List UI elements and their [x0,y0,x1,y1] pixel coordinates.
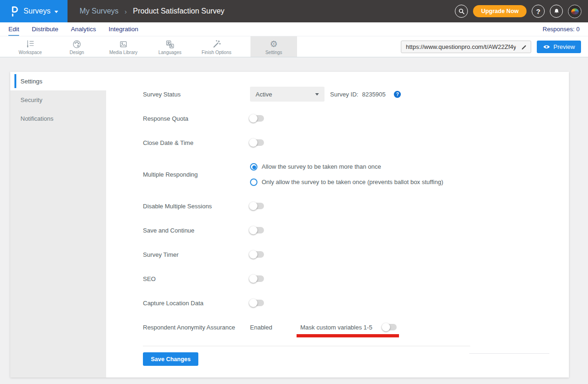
capture-location-data-toggle[interactable] [250,300,264,306]
toggle-knob [249,274,257,283]
user-avatar[interactable] [568,5,581,18]
settings-sidebar: Settings Security Notifications [10,72,106,377]
survey-url-box [401,41,531,53]
toolbar-label: Languages [158,50,182,55]
mask-custom-variables-toggle[interactable] [383,324,397,330]
seo-row: SEO [143,267,569,291]
toolbar-item-languages[interactable]: Languages [147,36,193,57]
search-icon [458,7,465,15]
sidebar-item-label: Security [20,96,42,103]
design-palette-icon [71,39,82,50]
capture-location-data-label: Capture Location Data [143,300,250,307]
eye-icon [543,44,550,49]
sidebar-item-notifications[interactable]: Notifications [10,109,106,128]
section-nav: Edit Distribute Analytics Integration Re… [0,22,588,36]
tab-distribute[interactable]: Distribute [32,22,58,36]
toolbar-item-media-library[interactable]: Media Library [100,36,147,57]
seo-toggle[interactable] [250,275,264,282]
survey-id-value: 8235905 [362,91,386,98]
toolbar-label: Finish Options [202,50,231,55]
survey-status-label: Survey Status [143,91,250,98]
product-switcher[interactable]: Surveys [0,0,68,22]
close-date-time-row: Close Date & Time [143,130,569,155]
toolbar-label: Design [69,50,84,55]
nav-tabs: Edit Distribute Analytics Integration [8,22,138,36]
survey-timer-row: Survey Timer [143,242,569,267]
toolbar-item-settings[interactable]: ⚙ Settings [250,36,297,57]
header-actions: Upgrade Now ? [455,0,588,22]
questionpro-logo-icon [9,4,20,18]
chevron-down-icon [54,11,58,13]
toolbar-label: Media Library [109,50,138,55]
toggle-knob [249,250,257,259]
tab-edit[interactable]: Edit [8,22,19,36]
respondent-anonymity-row: Respondent Anonymity Assurance Enabled M… [143,315,569,339]
toolbar-label: Workspace [19,50,42,55]
save-and-continue-row: Save and Continue [143,218,569,242]
edit-url-button[interactable] [518,41,531,53]
search-button[interactable] [455,5,468,18]
media-library-icon [118,39,129,50]
languages-icon [164,39,176,50]
settings-content: Survey Status Active Survey ID: 8235905 … [106,72,569,377]
response-quota-toggle[interactable] [250,115,264,122]
top-header: Surveys My Surveys › Product Satisfactio… [0,0,588,22]
toolbar-item-design[interactable]: Design [54,36,100,57]
edit-toolbar: Workspace Design Media Library Languages [0,36,588,57]
survey-timer-label: Survey Timer [143,251,250,258]
sidebar-item-security[interactable]: Security [10,90,106,109]
disable-multiple-sessions-toggle[interactable] [250,203,264,209]
help-button[interactable]: ? [532,5,545,18]
mask-custom-variables-label: Mask custom variables 1-5 [300,324,383,331]
preview-button[interactable]: Preview [537,41,581,53]
survey-status-select[interactable]: Active [250,87,324,102]
survey-timer-toggle[interactable] [250,251,264,258]
sidebar-item-settings[interactable]: Settings [10,72,106,90]
radio-option-label: Allow the survey to be taken more than o… [262,163,381,170]
respondent-anonymity-label: Respondent Anonymity Assurance [143,324,250,331]
chevron-down-icon [315,93,319,96]
radio-option-allow-multiple[interactable]: Allow the survey to be taken more than o… [250,163,443,171]
responses-count[interactable]: Responses: 0 [543,26,580,33]
save-and-continue-label: Save and Continue [143,227,250,234]
red-underline-annotation [297,334,399,337]
save-and-continue-toggle[interactable] [250,227,264,233]
anonymity-status: Enabled [250,324,300,331]
survey-status-value: Active [256,91,272,98]
sidebar-item-label: Notifications [20,115,54,122]
upgrade-now-button[interactable]: Upgrade Now [473,5,527,17]
survey-url-input[interactable] [401,41,518,53]
tab-integration[interactable]: Integration [108,22,138,36]
sidebar-item-label: Settings [20,78,42,85]
multiple-responding-label: Multiple Responding [143,171,250,178]
radio-option-only-once[interactable]: Only allow the survey to be taken once (… [250,178,443,186]
save-changes-button[interactable]: Save Changes [143,352,198,366]
response-quota-row: Response Quota [143,106,569,130]
breadcrumb-my-surveys[interactable]: My Surveys [80,7,119,15]
bell-icon [553,7,561,15]
close-date-time-toggle[interactable] [250,139,264,146]
tab-analytics[interactable]: Analytics [71,22,96,36]
close-date-time-label: Close Date & Time [143,139,250,146]
multiple-responding-row: Multiple Responding Allow the survey to … [143,155,569,194]
survey-id-help-icon[interactable]: ? [394,91,401,98]
disable-multiple-sessions-row: Disable Multiple Sessions [143,194,569,218]
multiple-responding-options: Allow the survey to be taken more than o… [250,163,443,186]
secondary-divider [469,353,549,354]
toggle-knob [249,138,257,147]
capture-location-data-row: Capture Location Data [143,291,569,315]
survey-id-label: Survey ID: [330,91,358,98]
radio-unselected-icon [250,178,257,186]
toggle-knob [249,226,257,234]
help-icon: ? [536,7,540,15]
toolbar-item-finish-options[interactable]: Finish Options [193,36,240,57]
toggle-knob [249,202,257,210]
app-name: Surveys [24,7,51,15]
toolbar-label: Settings [265,50,282,55]
toolbar-item-workspace[interactable]: Workspace [7,36,54,57]
survey-status-row: Survey Status Active Survey ID: 8235905 … [143,82,569,106]
preview-label: Preview [554,43,575,50]
settings-card: Settings Security Notifications Survey S… [10,72,569,377]
notifications-button[interactable] [550,5,563,18]
workspace-icon [25,39,36,50]
